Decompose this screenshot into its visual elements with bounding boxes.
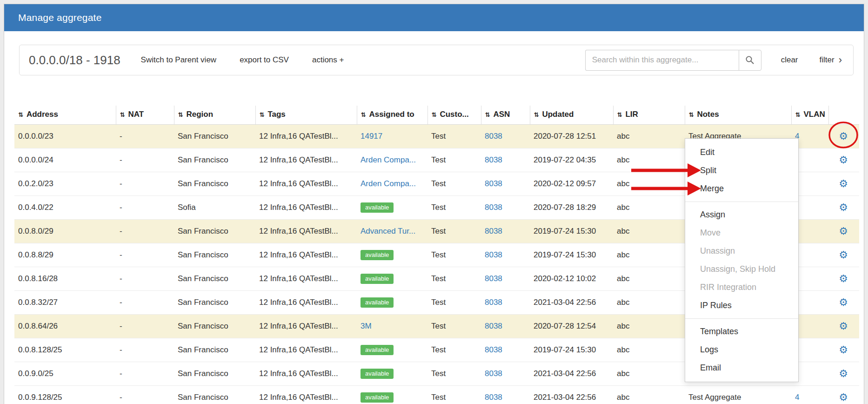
column-header-region[interactable]: ⇅Region: [174, 106, 255, 125]
gear-icon[interactable]: ⚙: [839, 320, 848, 332]
cell-updated: 2021-03-04 22:56: [530, 386, 613, 404]
cell-customer: Test: [427, 291, 481, 315]
switch-parent-view-link[interactable]: Switch to Parent view: [141, 55, 217, 65]
cell-address: 0.0.2.0/23: [14, 172, 116, 196]
cell-region: San Francisco: [174, 291, 255, 315]
cell-nat: -: [116, 362, 174, 386]
gear-icon[interactable]: ⚙: [839, 178, 848, 189]
gear-icon[interactable]: ⚙: [839, 391, 848, 403]
column-header-notes[interactable]: ⇅Notes: [685, 106, 791, 125]
menu-item-templates[interactable]: Templates: [685, 323, 798, 341]
gear-icon[interactable]: ⚙: [839, 273, 848, 284]
asn-link[interactable]: 8038: [485, 345, 502, 354]
assigned-link[interactable]: Advanced Tur...: [361, 227, 415, 236]
sort-icon: ⇅: [120, 111, 125, 118]
cell-assigned: available: [357, 338, 427, 362]
search-button[interactable]: [739, 50, 761, 71]
menu-item-merge[interactable]: Merge: [685, 180, 798, 198]
gear-icon[interactable]: ⚙: [839, 296, 848, 308]
column-header-address[interactable]: ⇅Address: [14, 106, 116, 125]
cell-customer: Test: [427, 172, 481, 196]
cell-asn: 8038: [481, 362, 530, 386]
table-header-row: ⇅Address⇅NAT⇅Region⇅Tags⇅Assigned to⇅Cus…: [14, 106, 859, 125]
asn-link[interactable]: 8038: [485, 322, 502, 330]
available-badge: available: [361, 297, 394, 308]
menu-item-assign[interactable]: Assign: [685, 206, 798, 224]
cell-asn: 8038: [481, 172, 530, 196]
clear-link[interactable]: clear: [781, 55, 798, 65]
column-label: Updated: [542, 110, 574, 119]
column-header-asn[interactable]: ⇅ASN: [481, 106, 530, 125]
assigned-link[interactable]: Arden Compa...: [361, 155, 416, 164]
asn-link[interactable]: 8038: [485, 393, 502, 402]
available-badge: available: [361, 250, 394, 260]
search-input[interactable]: [585, 50, 739, 71]
assigned-link[interactable]: 14917: [361, 132, 382, 141]
column-header-nat[interactable]: ⇅NAT: [116, 106, 174, 125]
chevron-right-icon: ›: [839, 55, 842, 65]
column-header-updated[interactable]: ⇅Updated: [530, 106, 613, 125]
gear-icon[interactable]: ⚙: [839, 368, 848, 379]
cell-actions: ⚙: [828, 362, 859, 386]
cell-customer: Test: [427, 315, 481, 338]
asn-link[interactable]: 8038: [485, 274, 502, 283]
export-csv-link[interactable]: export to CSV: [240, 55, 289, 65]
cell-tags: 12 Infra,16 QATestBl...: [255, 291, 357, 315]
assigned-link[interactable]: Arden Compa...: [361, 179, 416, 188]
asn-link[interactable]: 8038: [485, 369, 502, 378]
menu-item-ip-rules[interactable]: IP Rules: [685, 296, 798, 315]
cell-region: San Francisco: [174, 338, 255, 362]
gear-icon[interactable]: ⚙: [839, 225, 848, 237]
sort-icon: ⇅: [534, 111, 539, 118]
gear-icon[interactable]: ⚙: [839, 202, 848, 213]
sort-icon: ⇅: [432, 111, 437, 118]
asn-link[interactable]: 8038: [485, 298, 502, 307]
asn-link[interactable]: 8038: [485, 250, 502, 259]
cell-address: 0.0.9.0/25: [14, 362, 116, 386]
gear-icon[interactable]: ⚙: [839, 154, 848, 166]
cell-region: Sofia: [174, 196, 255, 220]
cell-address: 0.0.8.0/29: [14, 220, 116, 243]
cell-asn: 8038: [481, 196, 530, 220]
asn-link[interactable]: 8038: [485, 203, 502, 212]
menu-item-email[interactable]: Email: [685, 359, 798, 377]
filter-link[interactable]: filter ›: [820, 55, 842, 65]
gear-icon[interactable]: ⚙: [839, 344, 848, 356]
column-header-customer[interactable]: ⇅Custo...: [427, 106, 481, 125]
cell-lir: abc: [613, 243, 685, 267]
cell-lir: abc: [613, 148, 685, 172]
cell-address: 0.0.9.128/25: [14, 386, 116, 404]
asn-link[interactable]: 8038: [485, 132, 502, 141]
assigned-link[interactable]: 3M: [361, 322, 372, 330]
menu-item-logs[interactable]: Logs: [685, 341, 798, 359]
asn-link[interactable]: 8038: [485, 179, 502, 188]
actions-menu-link[interactable]: actions +: [312, 55, 344, 65]
column-header-vlan[interactable]: ⇅VLAN: [791, 106, 828, 125]
gear-icon[interactable]: ⚙: [839, 130, 848, 142]
asn-link[interactable]: 8038: [485, 155, 502, 164]
menu-item-edit[interactable]: Edit: [685, 143, 798, 162]
menu-item-unassign: Unassign: [685, 242, 798, 260]
cell-assigned: 3M: [357, 315, 427, 338]
cell-lir: abc: [613, 338, 685, 362]
asn-link[interactable]: 8038: [485, 227, 502, 236]
cell-actions: ⚙: [828, 315, 859, 338]
sort-icon: ⇅: [18, 111, 23, 118]
column-header-lir[interactable]: ⇅LIR: [613, 106, 685, 125]
column-label: ASN: [493, 110, 510, 119]
sort-icon: ⇅: [485, 111, 490, 118]
column-header-assigned[interactable]: ⇅Assigned to: [357, 106, 427, 125]
gear-icon[interactable]: ⚙: [839, 249, 848, 261]
menu-item-split[interactable]: Split: [685, 162, 798, 180]
column-header-tags[interactable]: ⇅Tags: [255, 106, 357, 125]
cell-region: San Francisco: [174, 172, 255, 196]
vlan-link[interactable]: 4: [795, 393, 799, 402]
menu-item-move: Move: [685, 224, 798, 242]
cell-updated: 2019-07-24 15:30: [530, 243, 613, 267]
cell-tags: 12 Infra,16 QATestBl...: [255, 338, 357, 362]
cell-assigned: Advanced Tur...: [357, 220, 427, 243]
sort-icon: ⇅: [260, 111, 265, 118]
column-label: Notes: [697, 110, 719, 119]
cell-region: San Francisco: [174, 362, 255, 386]
column-label: NAT: [128, 110, 144, 119]
